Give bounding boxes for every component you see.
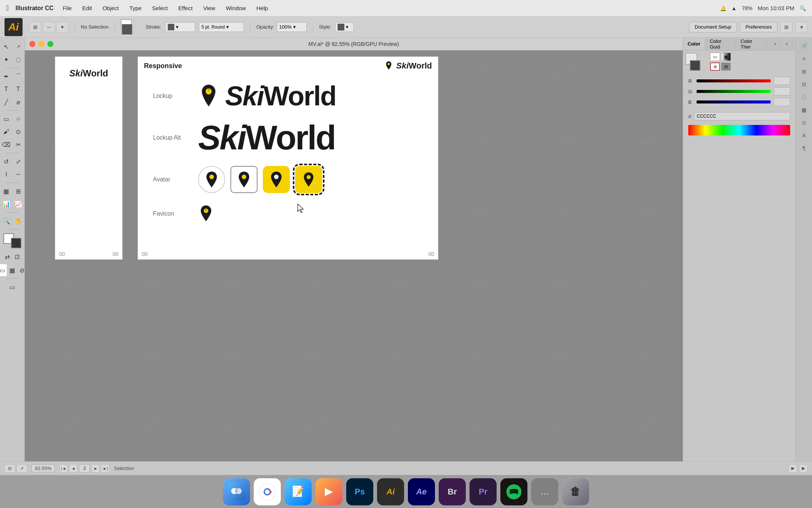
far-right-gradient-icon[interactable]: ▦ (798, 105, 810, 115)
last-page-icon[interactable]: ►| (101, 464, 109, 473)
direct-select-tool[interactable]: ↗ (13, 41, 24, 53)
menu-object[interactable]: Object (101, 4, 120, 12)
far-right-transform-icon[interactable]: ⊞ (798, 66, 810, 77)
dock-chrome[interactable] (254, 478, 281, 505)
statusbar-icon-2[interactable]: ↗ (17, 464, 27, 473)
hex-input[interactable]: CCCCCC (694, 112, 790, 120)
prev-page-icon[interactable]: ◄ (69, 464, 77, 473)
artboard-main[interactable]: Responsive SkiWorld (138, 56, 438, 260)
gradient-tool[interactable]: ▦ (1, 185, 12, 197)
far-right-char-icon[interactable]: A (798, 130, 810, 141)
menu-effect[interactable]: Effect (177, 4, 194, 12)
dock-more[interactable]: … (531, 478, 558, 505)
g-value[interactable] (774, 87, 790, 96)
dock-premiere[interactable]: Pr (470, 478, 497, 505)
opacity-dropdown[interactable]: 100% ▾ (277, 22, 307, 32)
g-slider[interactable] (697, 90, 771, 93)
far-right-appear-icon[interactable]: ⊙ (798, 117, 810, 128)
type-tool[interactable]: T (1, 83, 12, 95)
magic-wand-tool[interactable]: ✦ (1, 53, 12, 65)
blob-tool[interactable]: ⊙ (13, 126, 24, 138)
far-right-align-icon[interactable]: ≡ (798, 53, 810, 64)
statusbar-icon-1[interactable]: ⊟ (5, 464, 15, 473)
dock-photoshop[interactable]: Ps (346, 478, 373, 505)
ellipse-tool[interactable]: ○ (13, 113, 24, 125)
dock-illustrator[interactable]: Ai (377, 478, 404, 505)
r-value[interactable] (774, 77, 790, 85)
gradient-fill-icon[interactable]: ▦ (8, 264, 17, 276)
warp-tool[interactable]: ⌇ (1, 168, 12, 180)
transform-icon[interactable]: ↔ (43, 22, 55, 32)
rect-tool[interactable]: ▭ (1, 113, 12, 125)
b-value[interactable] (774, 98, 790, 106)
panel-nav-next[interactable]: › (782, 41, 792, 47)
color-guide-tab[interactable]: Color Guid (705, 38, 736, 50)
color-theme-tab[interactable]: Color Ther (736, 38, 767, 50)
solid-color-icon[interactable]: ▭ (710, 53, 720, 61)
search-icon[interactable]: 🔍 (800, 5, 806, 11)
more-options-icon[interactable]: ▾ (795, 22, 807, 32)
notification-icon[interactable]: 🔔 (720, 5, 726, 11)
eraser-tool[interactable]: ⌫ (1, 138, 12, 151)
selection-tool[interactable]: ↖ (1, 41, 12, 53)
no-color-icon[interactable]: ⊘ (710, 62, 720, 71)
swatch-icon[interactable]: ⊟ (721, 62, 731, 71)
preferences-button[interactable]: Preferences (740, 22, 777, 32)
statusbar-zoom[interactable]: 82.55% (32, 464, 55, 472)
touch-type-tool[interactable]: T (13, 83, 24, 95)
solid-fill-icon[interactable]: ▭ (0, 264, 7, 276)
curvature-tool[interactable]: ⌒ (13, 70, 24, 82)
r-slider[interactable] (697, 79, 771, 82)
menu-type[interactable]: Type (128, 4, 143, 12)
pen-tool[interactable]: ✒ (1, 70, 12, 82)
stroke-color-tool[interactable] (11, 238, 21, 248)
statusbar-page-num[interactable]: 3 (79, 464, 90, 473)
dock-trash[interactable]: 🗑 (562, 478, 589, 505)
arrange-icon[interactable]: ⊞ (29, 22, 41, 32)
first-page-icon[interactable]: |◄ (59, 464, 68, 473)
far-right-stroke-icon[interactable]: ◌ (798, 92, 810, 102)
dock-spotify[interactable] (500, 478, 527, 505)
dock-notes[interactable]: 📝 (285, 478, 312, 505)
minimize-button[interactable] (38, 41, 44, 47)
menu-edit[interactable]: Edit (81, 4, 94, 12)
close-button[interactable] (29, 41, 35, 47)
graph-tool[interactable]: 📈 (13, 198, 24, 210)
color-tab[interactable]: Color (683, 38, 705, 50)
far-right-link-icon[interactable]: 🔗 (798, 41, 810, 51)
zoom-tool[interactable]: 🔍 (1, 215, 12, 227)
spiral-tool[interactable]: ⌀ (13, 96, 24, 108)
b-slider[interactable] (697, 100, 771, 103)
artboard-tool[interactable]: ▭ (5, 281, 20, 293)
panel-nav-prev[interactable]: ‹ (770, 41, 780, 47)
rotate-tool[interactable]: ↺ (1, 155, 12, 167)
far-right-pathfinder-icon[interactable]: ⊟ (798, 79, 810, 90)
dock-preview[interactable]: ▶ (315, 478, 342, 505)
link-icon[interactable]: ✦ (56, 22, 68, 32)
lasso-tool[interactable]: ◌ (13, 53, 24, 65)
panel-stroke-swatch[interactable] (690, 60, 700, 71)
mesh-tool[interactable]: ⊞ (13, 185, 24, 197)
far-right-para-icon[interactable]: ¶ (798, 143, 810, 154)
workspace-icon[interactable]: ⊞ (780, 22, 792, 32)
statusbar-right-icon-2[interactable]: ▶ (799, 464, 807, 473)
paintbrush-tool[interactable]: 🖌 (1, 126, 12, 138)
menu-window[interactable]: Window (224, 4, 247, 12)
default-colors-icon[interactable]: ⊡ (13, 251, 21, 263)
stroke-style-dropdown[interactable]: 5 pt. Round ▾ (199, 22, 244, 32)
stroke-color-dropdown[interactable]: ▾ (165, 22, 195, 32)
menu-select[interactable]: Select (151, 4, 170, 12)
dock-after-effects[interactable]: Ae (408, 478, 435, 505)
dock-bridge[interactable]: Br (439, 478, 466, 505)
chart-tool[interactable]: 📊 (1, 198, 12, 210)
color-spectrum[interactable] (688, 125, 790, 135)
wifi-icon[interactable]: ▲ (732, 5, 737, 11)
stroke-swatch[interactable] (122, 24, 132, 35)
dock-finder[interactable]: F (223, 478, 250, 505)
line-tool[interactable]: ╱ (1, 96, 12, 108)
scissors-tool[interactable]: ✂ (13, 138, 24, 151)
scale-tool[interactable]: ⤢ (13, 155, 24, 167)
swap-colors-icon[interactable]: ⇄ (3, 251, 12, 263)
maximize-button[interactable] (47, 41, 53, 47)
style-dropdown[interactable]: ▾ (335, 22, 354, 32)
